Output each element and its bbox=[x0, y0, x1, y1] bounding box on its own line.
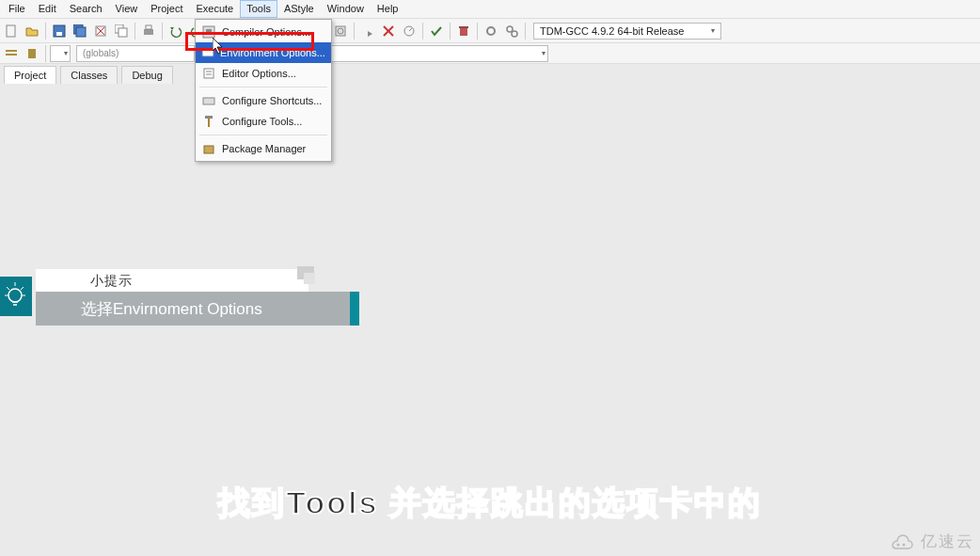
menu-project[interactable]: Project bbox=[144, 0, 189, 18]
watermark-text: 亿速云 bbox=[921, 531, 974, 552]
toolbar-separator bbox=[162, 23, 163, 40]
trash-icon[interactable] bbox=[454, 22, 473, 40]
menu-edit[interactable]: Edit bbox=[32, 0, 63, 18]
svg-rect-34 bbox=[28, 49, 36, 58]
tip-accent bbox=[350, 292, 359, 326]
menu-window[interactable]: Window bbox=[321, 0, 371, 18]
watermark: 亿速云 bbox=[887, 531, 974, 552]
svg-line-52 bbox=[7, 287, 9, 290]
svg-rect-33 bbox=[6, 54, 17, 56]
menu-item-environment-options[interactable]: Environment Options... bbox=[196, 42, 331, 63]
tip-body-text: 选择Envirnoment Options bbox=[81, 298, 262, 320]
tip-decoration bbox=[304, 273, 315, 284]
check-icon[interactable] bbox=[427, 22, 446, 40]
profile-icon[interactable] bbox=[400, 22, 419, 40]
tip-icon bbox=[0, 277, 32, 316]
new-file-icon[interactable] bbox=[2, 22, 21, 40]
stop-icon[interactable] bbox=[379, 22, 398, 40]
menu-view[interactable]: View bbox=[109, 0, 145, 18]
svg-rect-0 bbox=[7, 25, 15, 37]
menu-search[interactable]: Search bbox=[63, 0, 109, 18]
rebuild-icon[interactable] bbox=[331, 22, 350, 40]
tools-menu: Compiler Options... Environment Options.… bbox=[195, 19, 332, 162]
menu-separator bbox=[199, 135, 327, 135]
undo-icon[interactable] bbox=[166, 22, 185, 40]
menu-item-package-manager[interactable]: Package Manager bbox=[196, 138, 331, 159]
globals-selector[interactable]: (globals) bbox=[76, 45, 195, 62]
menu-item-compiler-options[interactable]: Compiler Options... bbox=[196, 22, 331, 42]
menu-item-label: Configure Shortcuts... bbox=[222, 95, 322, 106]
svg-rect-36 bbox=[206, 29, 212, 35]
svg-rect-42 bbox=[203, 98, 214, 104]
svg-rect-28 bbox=[459, 26, 468, 28]
svg-point-46 bbox=[8, 289, 22, 302]
gears2-icon[interactable] bbox=[502, 22, 521, 40]
editor-options-icon bbox=[201, 66, 216, 81]
menu-astyle[interactable]: AStyle bbox=[277, 0, 321, 18]
tab-debug[interactable]: Debug bbox=[121, 66, 172, 84]
menu-file[interactable]: File bbox=[2, 0, 32, 18]
toolbar-separator bbox=[134, 23, 135, 40]
svg-line-53 bbox=[21, 287, 24, 290]
open-icon[interactable] bbox=[23, 22, 41, 40]
menu-help[interactable]: Help bbox=[371, 0, 405, 18]
toolbar-separator bbox=[422, 23, 423, 40]
menu-execute[interactable]: Execute bbox=[189, 0, 240, 18]
svg-rect-4 bbox=[76, 27, 86, 37]
video-caption: 找到Tools 并选择跳出的选项卡中的 bbox=[0, 482, 980, 525]
toolbar-row-1: TDM-GCC 4.9.2 64-bit Release▾ bbox=[0, 19, 980, 43]
close-all-icon[interactable] bbox=[112, 22, 131, 40]
hammer-icon bbox=[201, 114, 216, 129]
compiler-selector[interactable]: TDM-GCC 4.9.2 64-bit Release▾ bbox=[533, 23, 721, 40]
tip-header-text: 小提示 bbox=[36, 269, 308, 290]
menu-item-label: Editor Options... bbox=[222, 68, 296, 79]
compiler-options-icon bbox=[201, 24, 216, 40]
debug-icon[interactable] bbox=[358, 22, 377, 40]
svg-point-29 bbox=[487, 27, 495, 35]
svg-rect-2 bbox=[56, 32, 62, 36]
svg-rect-10 bbox=[144, 29, 153, 35]
svg-point-54 bbox=[897, 543, 900, 546]
gears-icon[interactable] bbox=[482, 22, 500, 40]
toolbar-row-2: ▾ (globals) ▾ bbox=[0, 43, 980, 64]
svg-rect-32 bbox=[6, 50, 17, 52]
watermark-logo-icon bbox=[887, 532, 915, 551]
menu-item-label: Configure Tools... bbox=[222, 116, 302, 127]
menu-item-configure-shortcuts[interactable]: Configure Shortcuts... bbox=[196, 90, 331, 111]
compiler-selector-text: TDM-GCC 4.9.2 64-bit Release bbox=[540, 25, 684, 37]
menu-item-editor-options[interactable]: Editor Options... bbox=[196, 63, 331, 84]
class-selector[interactable]: ▾ bbox=[50, 45, 71, 62]
close-icon[interactable] bbox=[91, 22, 110, 40]
save-icon[interactable] bbox=[50, 22, 69, 40]
menu-item-label: Environment Options... bbox=[220, 47, 325, 58]
svg-rect-27 bbox=[460, 28, 467, 36]
chevron-down-icon: ▾ bbox=[64, 49, 68, 57]
goto-bookmark-icon[interactable] bbox=[23, 44, 41, 63]
save-all-icon[interactable] bbox=[71, 22, 89, 40]
svg-rect-45 bbox=[204, 146, 213, 153]
environment-options-icon bbox=[201, 45, 214, 60]
menu-item-configure-tools[interactable]: Configure Tools... bbox=[196, 111, 331, 132]
menu-tools[interactable]: Tools bbox=[240, 0, 277, 18]
caption-text: 找到Tools 并选择跳出的选项卡中的 bbox=[218, 485, 762, 520]
menu-item-label: Compiler Options... bbox=[222, 26, 310, 38]
keyboard-icon bbox=[201, 93, 216, 108]
svg-rect-9 bbox=[119, 28, 127, 37]
menu-separator bbox=[199, 87, 327, 87]
svg-rect-39 bbox=[204, 69, 213, 78]
svg-rect-38 bbox=[202, 49, 213, 51]
print-icon[interactable] bbox=[139, 22, 158, 40]
svg-rect-11 bbox=[146, 25, 151, 29]
tab-classes[interactable]: Classes bbox=[60, 66, 118, 84]
toolbar-separator bbox=[354, 23, 355, 40]
toolbar-separator bbox=[450, 23, 450, 40]
left-panel-tabs: Project Classes Debug bbox=[0, 64, 980, 84]
tab-project[interactable]: Project bbox=[4, 66, 56, 84]
menubar: File Edit Search View Project Execute To… bbox=[0, 0, 980, 19]
toolbar-separator bbox=[477, 23, 478, 40]
tip-header: 小提示 bbox=[36, 269, 308, 292]
chevron-down-icon: ▾ bbox=[711, 26, 715, 35]
goto-func-icon[interactable] bbox=[2, 44, 21, 63]
svg-rect-44 bbox=[205, 116, 213, 119]
package-icon bbox=[201, 141, 216, 156]
